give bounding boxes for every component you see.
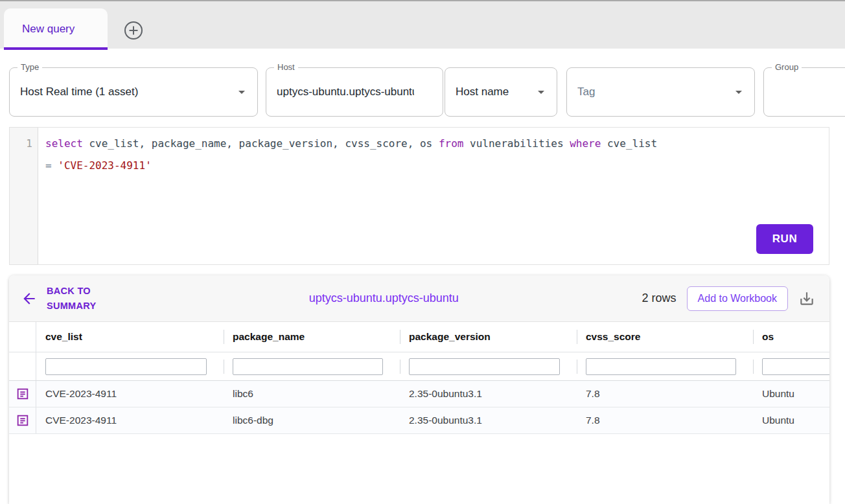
tab-strip: New query <box>0 0 845 49</box>
group-label: Group <box>772 62 802 72</box>
row-details-icon <box>16 387 30 401</box>
back-to-summary-button[interactable]: BACK TO SUMMARY <box>21 284 126 313</box>
host-input[interactable]: Host uptycs-ubuntu.uptycs-ubuntu <box>266 67 443 117</box>
row-detail-button[interactable] <box>9 381 36 407</box>
column-header-package-version[interactable]: package_version <box>400 322 577 352</box>
cell-cvss-score: 7.8 <box>577 381 753 407</box>
sql-line-1: select cve_list, package_name, package_v… <box>45 133 825 155</box>
sql-token: = <box>45 159 58 172</box>
column-header-os[interactable]: os <box>753 322 829 352</box>
chevron-down-icon <box>731 84 747 100</box>
download-button[interactable] <box>798 290 815 307</box>
table-row[interactable]: CVE-2023-4911 libc6 2.35-0ubuntu3.1 7.8 … <box>9 381 829 407</box>
type-value: Host Real time (1 asset) <box>20 68 138 116</box>
tab-label: New query <box>22 23 75 36</box>
cell-cve-list: CVE-2023-4911 <box>36 407 224 433</box>
host-name-value: Host name <box>456 68 509 116</box>
line-number: 1 <box>10 133 32 155</box>
column-header-cvss-score[interactable]: cvss_score <box>577 322 753 352</box>
sql-line-2: = 'CVE-2023-4911' <box>45 155 825 177</box>
cell-cvss-score: 7.8 <box>577 407 753 433</box>
results-panel: BACK TO SUMMARY uptycs-ubuntu.uptycs-ubu… <box>9 275 829 504</box>
sql-code[interactable]: select cve_list, package_name, package_v… <box>39 128 829 177</box>
sql-token: vulnerabilities <box>463 137 570 150</box>
row-count: 2 rows <box>642 292 677 305</box>
host-name-select[interactable]: Host name <box>445 67 557 117</box>
results-title: uptycs-ubuntu.uptycs-ubuntu <box>126 292 642 305</box>
table-filter-row <box>9 352 829 381</box>
table-gutter-filter <box>9 352 36 380</box>
results-header: BACK TO SUMMARY uptycs-ubuntu.uptycs-ubu… <box>9 275 829 322</box>
add-tab-button[interactable] <box>122 19 145 41</box>
sql-editor[interactable]: 1 select cve_list, package_name, package… <box>9 127 829 265</box>
editor-gutter: 1 <box>10 128 38 264</box>
sql-token: from <box>439 137 464 150</box>
row-detail-button[interactable] <box>9 407 36 433</box>
filter-input-os[interactable] <box>762 358 829 375</box>
run-button[interactable]: RUN <box>756 224 813 254</box>
download-icon <box>798 290 815 307</box>
plus-circle-icon <box>122 19 145 41</box>
sql-token: cve_list, package_name, package_version,… <box>83 137 439 150</box>
column-header-package-name[interactable]: package_name <box>224 322 400 352</box>
filter-input-package-name[interactable] <box>233 358 383 375</box>
table-row[interactable]: CVE-2023-4911 libc6-dbg 2.35-0ubuntu3.1 … <box>9 407 829 434</box>
cell-os: Ubuntu <box>753 407 829 433</box>
active-tab-underline <box>4 47 108 50</box>
cell-os: Ubuntu <box>753 381 829 407</box>
add-to-workbook-button[interactable]: Add to Workbook <box>687 286 788 311</box>
host-value: uptycs-ubuntu.uptycs-ubuntu <box>277 68 414 116</box>
table-header-row: cve_list package_name package_version cv… <box>9 322 829 352</box>
arrow-left-icon <box>21 290 38 307</box>
cell-package-name: libc6-dbg <box>224 407 400 433</box>
cell-package-version: 2.35-0ubuntu3.1 <box>400 407 577 433</box>
cell-package-version: 2.35-0ubuntu3.1 <box>400 381 577 407</box>
cell-package-name: libc6 <box>224 381 400 407</box>
tab-new-query[interactable]: New query <box>4 8 108 50</box>
sql-token: 'CVE-2023-4911' <box>58 159 152 172</box>
row-details-icon <box>16 413 30 428</box>
sql-token: where <box>570 137 601 150</box>
table-gutter-header <box>9 322 36 352</box>
tag-placeholder: Tag <box>577 68 595 116</box>
filter-input-package-version[interactable] <box>409 358 560 375</box>
chevron-down-icon <box>234 84 249 100</box>
tag-select[interactable]: Tag <box>566 67 755 117</box>
back-to-summary-label: BACK TO SUMMARY <box>47 284 126 313</box>
results-header-actions: 2 rows Add to Workbook <box>642 286 815 311</box>
sql-token: cve_list <box>601 137 657 150</box>
sql-token: select <box>45 137 83 150</box>
column-header-cve-list[interactable]: cve_list <box>36 322 224 352</box>
group-select[interactable]: Group <box>763 67 845 117</box>
cell-cve-list: CVE-2023-4911 <box>36 381 224 407</box>
filter-input-cve-list[interactable] <box>45 358 207 375</box>
filter-input-cvss-score[interactable] <box>586 358 736 375</box>
chevron-down-icon <box>533 84 549 100</box>
type-select[interactable]: Type Host Real time (1 asset) <box>9 67 258 117</box>
